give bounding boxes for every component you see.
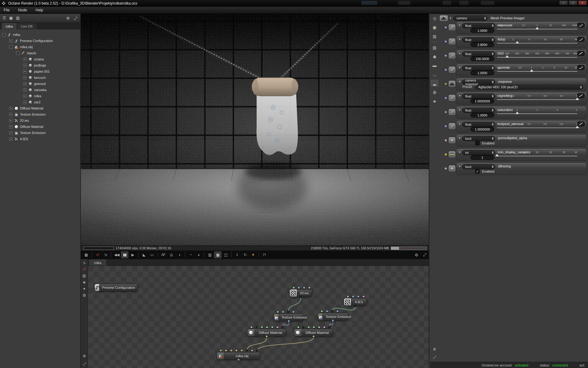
tree-item-gweozd[interactable]: +gweozd bbox=[0, 81, 80, 87]
preset-dropdown[interactable]: Agfacolor HDC 100 plusCD bbox=[475, 85, 583, 90]
expand-toggle-icon[interactable]: + bbox=[23, 70, 27, 73]
param-slider[interactable]: 0.10.20.51251032 bbox=[497, 66, 577, 75]
expand-toggle-icon[interactable]: + bbox=[9, 39, 13, 43]
film-settings-icon[interactable]: ◡ bbox=[431, 71, 438, 78]
expand-toggle-icon[interactable]: + bbox=[23, 82, 27, 86]
texture-node-icon[interactable]: ◍ bbox=[431, 89, 438, 95]
menu-file[interactable]: File bbox=[4, 8, 9, 12]
tab-rolka[interactable]: rolka bbox=[2, 23, 17, 29]
node-port[interactable] bbox=[261, 326, 263, 328]
node-port[interactable] bbox=[256, 349, 258, 351]
param-slider[interactable]: 125102064 bbox=[497, 38, 577, 47]
node-output-port[interactable] bbox=[312, 335, 315, 338]
fit-view-icon[interactable]: ⇲ bbox=[102, 251, 109, 258]
tree-item-sciana[interactable]: +sciana bbox=[0, 56, 80, 62]
pin-dot[interactable] bbox=[444, 97, 447, 99]
slider-track[interactable] bbox=[497, 57, 577, 58]
type-dropdown[interactable]: float bbox=[462, 122, 495, 127]
tree-item-podloga[interactable]: +podloga bbox=[0, 62, 80, 68]
slider-track[interactable] bbox=[497, 43, 577, 44]
daylight-icon[interactable]: ☀ bbox=[249, 251, 257, 258]
collapse-toggle-icon[interactable]: − bbox=[9, 45, 13, 49]
type-dropdown[interactable]: float bbox=[462, 94, 495, 99]
float-type-icon[interactable] bbox=[449, 95, 455, 101]
maximize-button[interactable]: □ bbox=[569, 1, 577, 5]
close-button[interactable]: × bbox=[578, 1, 587, 5]
node-port[interactable] bbox=[277, 311, 279, 313]
collapse-toggle-icon[interactable]: − bbox=[2, 33, 6, 36]
node-port[interactable] bbox=[225, 349, 227, 352]
slider-track[interactable] bbox=[497, 113, 577, 114]
node-output-port[interactable] bbox=[332, 319, 334, 322]
ruler-icon[interactable]: ◣ bbox=[140, 251, 148, 258]
node-port[interactable] bbox=[292, 311, 295, 313]
type-dropdown[interactable]: bool bbox=[462, 136, 495, 141]
node-port[interactable] bbox=[347, 295, 349, 298]
curve-response-icon[interactable] bbox=[577, 23, 585, 28]
expand-toggle-icon[interactable]: + bbox=[9, 107, 13, 110]
node-port[interactable] bbox=[302, 326, 304, 328]
expand-toggle-icon[interactable]: + bbox=[23, 76, 27, 79]
node-port[interactable] bbox=[287, 311, 289, 313]
node-port[interactable] bbox=[282, 311, 284, 313]
slider-handle[interactable] bbox=[535, 27, 539, 29]
collapse-arrow-icon[interactable]: ▼ bbox=[458, 24, 461, 27]
copy-window-icon[interactable]: ▣ bbox=[431, 24, 438, 31]
render-view-icon[interactable]: ▦ bbox=[82, 251, 90, 258]
collapse-toggle-icon[interactable]: − bbox=[16, 52, 20, 55]
node-port[interactable] bbox=[323, 326, 326, 328]
type-dropdown[interactable]: int bbox=[462, 150, 495, 155]
copy-window-icon[interactable]: ▣ bbox=[9, 16, 13, 20]
node-port[interactable] bbox=[230, 349, 232, 352]
pin-dot[interactable] bbox=[444, 153, 447, 156]
node-port[interactable] bbox=[328, 326, 330, 328]
param-slider[interactable]: 0.0010.010.11101004096 bbox=[497, 24, 577, 33]
float-type-icon[interactable] bbox=[449, 24, 455, 30]
slider-handle[interactable] bbox=[515, 41, 519, 44]
node-output-port[interactable] bbox=[288, 320, 290, 322]
float-type-icon[interactable] bbox=[449, 109, 455, 115]
environment-node-icon[interactable]: ▬ bbox=[431, 62, 438, 69]
expand-icon[interactable]: ⤢ bbox=[74, 16, 77, 20]
imager-type-icon[interactable] bbox=[440, 15, 448, 21]
node-port[interactable] bbox=[336, 310, 339, 312]
float-type-icon[interactable] bbox=[449, 52, 455, 59]
slider-track[interactable] bbox=[497, 99, 577, 100]
pin-dot[interactable] bbox=[444, 68, 447, 71]
checkbox[interactable] bbox=[475, 141, 480, 145]
render-region-icon[interactable]: ▭ bbox=[148, 251, 156, 258]
wrench-icon[interactable]: ⚙ bbox=[66, 16, 70, 20]
imager-node-icon[interactable]: ▂ bbox=[431, 80, 438, 86]
slider-track[interactable] bbox=[497, 71, 577, 72]
node-port[interactable] bbox=[303, 286, 305, 289]
collapse-arrow-icon[interactable]: ▼ bbox=[458, 123, 461, 125]
pin-dot[interactable] bbox=[444, 82, 447, 85]
node-port[interactable] bbox=[307, 326, 310, 328]
node-port[interactable] bbox=[352, 295, 354, 298]
collapse-arrow-icon[interactable]: ▼ bbox=[458, 52, 461, 55]
object-picker-icon[interactable]: ◕ bbox=[195, 251, 202, 258]
node-output-port[interactable] bbox=[300, 296, 302, 298]
animation-settings-icon[interactable]: ◷ bbox=[431, 15, 438, 22]
int-type-icon[interactable] bbox=[449, 151, 455, 157]
bool-type-icon[interactable] bbox=[449, 165, 455, 171]
render-image-icon[interactable]: ▤ bbox=[82, 274, 86, 278]
node-port[interactable] bbox=[246, 349, 248, 351]
node-port[interactable] bbox=[220, 349, 222, 352]
node-port[interactable] bbox=[251, 349, 253, 352]
param-slider[interactable]: 151015202532 bbox=[497, 151, 577, 160]
collapse-window-icon[interactable]: ▥ bbox=[431, 33, 438, 40]
node-graph-tab-rolka[interactable]: rolka bbox=[89, 260, 106, 266]
checkbox[interactable]: ✓ bbox=[475, 169, 480, 174]
mesh-node-icon[interactable]: ◈ bbox=[431, 98, 438, 104]
node-port[interactable] bbox=[292, 286, 295, 289]
wrench-icon[interactable]: ⚙ bbox=[83, 354, 86, 358]
param-slider[interactable]: 1100200300400500600700800 bbox=[497, 52, 577, 61]
curve-response-icon[interactable] bbox=[577, 37, 585, 42]
node-preview-configuration[interactable]: Preview Configuration bbox=[94, 284, 138, 291]
param-slider[interactable]: 00.20.40.60.81 bbox=[497, 94, 577, 104]
tree-item-rolka[interactable]: −rolka bbox=[0, 32, 80, 38]
node-type-dropdown[interactable]: camera bbox=[453, 16, 488, 21]
pin-dot[interactable] bbox=[444, 139, 447, 142]
render-image-icon[interactable]: ▤ bbox=[431, 44, 438, 51]
